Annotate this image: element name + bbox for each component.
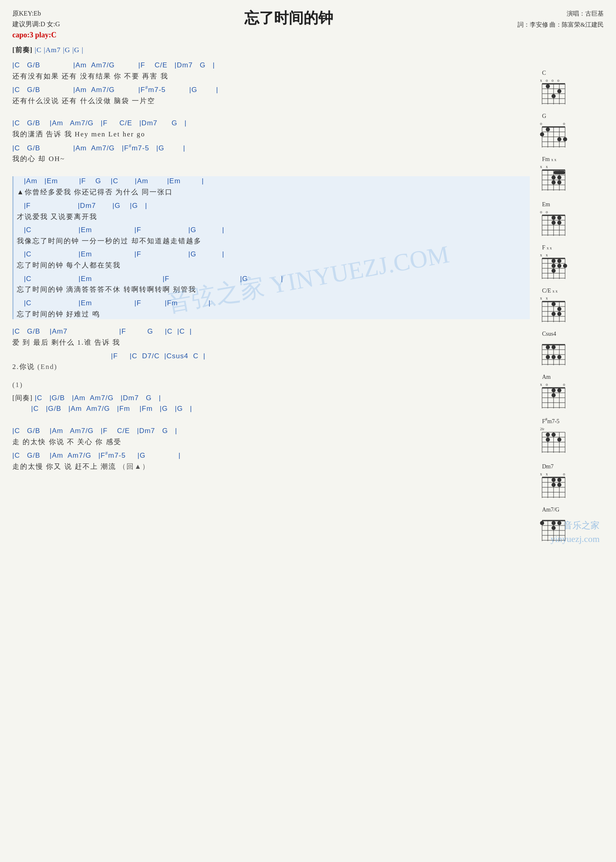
intro-bracket: [前奏]: [12, 46, 35, 54]
svg-point-32: [557, 137, 561, 141]
svg-text:x: x: [540, 382, 542, 387]
lyric-chorus-2: 才说爱我 又说要离开我: [17, 212, 530, 222]
diagram-Em-svg: o o: [538, 209, 571, 238]
svg-point-173: [540, 521, 544, 525]
lyric-end-1: 爱 到 最后 剩什么 1.谁 告诉 我: [12, 337, 530, 348]
chord-line-3: |C G/B |Am Am7/G |F C/E |Dm7 G |: [12, 118, 530, 128]
svg-point-162: [557, 483, 561, 487]
diagram-C: C x o o o: [538, 70, 604, 106]
chord-line-1: |C G/B |Am Am7/G |F C/E |Dm7 G |: [12, 60, 530, 70]
credits: 詞：李安修 曲：陈富荣&江建民: [517, 19, 604, 30]
diagram-Csus4: Csus4: [538, 331, 604, 367]
section-chorus: |Am |Em |F G |C |Am |Em | ▲你曾经多爱我 你还记得否 …: [12, 176, 530, 319]
song-title: 忘了时间的钟: [60, 8, 517, 28]
svg-text:x: x: [540, 472, 542, 476]
key-info: 原KEY:Eb 建议男调:D 女:G: [12, 8, 60, 29]
svg-point-29: [546, 127, 550, 131]
svg-text:o: o: [546, 78, 548, 83]
svg-point-47: [557, 175, 561, 180]
diagram-Fm-label: Fm x x: [538, 156, 604, 163]
svg-point-30: [540, 132, 544, 136]
svg-point-97: [557, 307, 561, 311]
svg-point-114: [557, 355, 561, 359]
svg-text:x: x: [546, 164, 548, 169]
intro-chords: |C |Am7 |G |G |: [35, 46, 84, 54]
svg-text:x: x: [540, 296, 542, 300]
diagram-Fsm75: F#m7-5 2fr: [538, 417, 604, 457]
diagram-Am: Am x o o: [538, 374, 604, 410]
lyric-line-1: 还有没有如果 还有 没有结果 你 不要 再害 我: [12, 71, 530, 82]
diagram-G-label: G: [538, 113, 604, 120]
score-area: [前奏] |C |Am7 |G |G | |C G/B |Am Am7/G |F…: [12, 45, 538, 550]
section-interlude: [间奏] |C |G/B |Am Am7/G |Dm7 G | |C |G/B …: [12, 393, 530, 414]
diagram-Dm7-label: Dm7: [538, 463, 604, 470]
chord-end-1: |C G/B |Am7 |F G |C |C |: [12, 327, 530, 337]
svg-text:x: x: [540, 78, 542, 83]
chord-chorus-5: |C |Em |F |G |: [17, 274, 530, 284]
svg-point-129: [557, 388, 561, 392]
diagram-Fsm75-svg: 2fr: [538, 426, 573, 457]
svg-point-15: [557, 89, 561, 93]
svg-point-143: [552, 433, 556, 437]
diagram-G: G o o: [538, 113, 604, 150]
lyric-line-4: 我的心 却 OH~: [12, 154, 530, 164]
svg-point-82: [552, 269, 556, 273]
svg-point-128: [552, 388, 556, 392]
svg-rect-45: [554, 171, 565, 174]
svg-point-96: [552, 302, 556, 306]
section-2: |C G/B |Am Am7/G |F C/E |Dm7 G | 我的潇洒 告诉…: [12, 118, 530, 164]
lyric-line-3: 我的潇洒 告诉 我 Hey men Let her go: [12, 129, 530, 140]
chord-chorus-1: |Am |Em |F G |C |Am |Em |: [17, 176, 530, 186]
svg-point-98: [552, 312, 556, 316]
diagram-C-svg: x o o o: [538, 78, 571, 106]
svg-point-110: [546, 345, 550, 349]
chord-end-2: |F |C D7/C |Csus4 C |: [12, 351, 530, 361]
svg-text:o: o: [546, 382, 548, 387]
diagram-Em: Em o o: [538, 201, 604, 238]
diagram-F: F x x x x: [538, 244, 604, 281]
diagram-Csus4-label: Csus4: [538, 331, 604, 337]
chord-chorus-3: |C |Em |F |G |: [17, 225, 530, 235]
diagram-CE-svg: x x: [538, 295, 571, 324]
diagram-Am-svg: x o o: [538, 382, 571, 410]
header-center: 忘了时间的钟: [60, 8, 517, 30]
svg-point-142: [546, 433, 550, 437]
chord-diagrams: C x o o o: [538, 45, 604, 550]
svg-point-161: [557, 478, 561, 482]
diagram-C-label: C: [538, 70, 604, 76]
chord-interlude-2: |C |G/B |Am Am7/G |Fm |Fm |G |G |: [12, 404, 530, 414]
svg-point-130: [552, 393, 556, 397]
svg-point-80: [552, 264, 556, 268]
svg-text:o: o: [540, 121, 542, 126]
svg-text:x: x: [546, 472, 548, 476]
svg-point-112: [546, 355, 550, 359]
svg-point-159: [552, 478, 556, 482]
svg-point-160: [552, 483, 556, 487]
marker-1: (1): [12, 380, 530, 390]
svg-point-31: [563, 137, 567, 141]
chord-chorus-6: |C |Em |F |Fm |: [17, 298, 530, 308]
section-verse2: |C G/B |Am Am7/G |F C/E |Dm7 G | 走 的太快 你…: [12, 426, 530, 472]
chord-chorus-4: |C |Em |F |G |: [17, 249, 530, 259]
lyric-end-2: 2.你说 (End): [12, 362, 530, 372]
svg-point-49: [557, 180, 561, 184]
main-content: [前奏] |C |Am7 |G |G | |C G/B |Am Am7/G |F…: [12, 45, 604, 550]
diagram-Fm: Fm x x x x: [538, 156, 604, 195]
page: 音弦之家 YINYUEZJ.COM 原KEY:Eb 建议男调:D 女:G cap…: [0, 0, 616, 558]
svg-point-111: [552, 345, 556, 349]
svg-point-65: [557, 221, 561, 225]
chord-line-4: |C G/B |Am Am7/G |F#m7-5 |G |: [12, 143, 530, 153]
chord-v2-2: |C G/B |Am Am7/G |F#m7-5 |G |: [12, 450, 530, 460]
lyric-chorus-1: ▲你曾经多爱我 你还记得否 为什么 同一张口: [17, 187, 530, 198]
diagram-CE-label: C/E x x: [538, 288, 604, 294]
chord-line-2: |C G/B |Am Am7/G |F#m7-5 |G |: [12, 85, 530, 94]
svg-text:x: x: [540, 253, 542, 257]
diagram-Am-label: Am: [538, 374, 604, 380]
section-1: |C G/B |Am Am7/G |F C/E |Dm7 G | 还有没有如果 …: [12, 60, 530, 106]
svg-text:2fr: 2fr: [540, 427, 545, 431]
diagram-Em-label: Em: [538, 201, 604, 208]
svg-point-48: [552, 180, 556, 184]
svg-point-99: [557, 312, 561, 316]
svg-text:o: o: [563, 472, 565, 476]
chord-interlude-1: [间奏] |C |G/B |Am Am7/G |Dm7 G |: [12, 393, 530, 403]
